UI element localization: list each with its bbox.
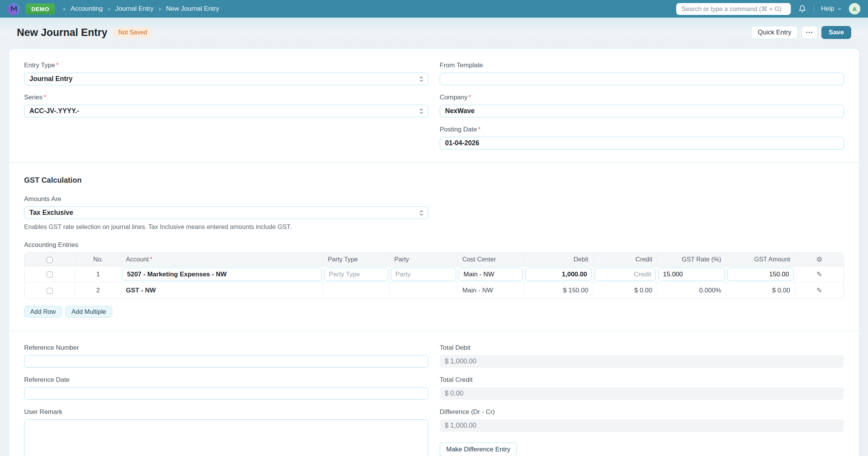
accounting-entries-table: No.Account*Party TypePartyCost CenterDeb… — [24, 252, 844, 299]
cell-party[interactable] — [390, 282, 458, 299]
column-header-party: Party — [390, 253, 458, 266]
table-row: 2GST - NWMain - NW$ 150.00$ 0.000.000%$ … — [24, 282, 844, 299]
cell-no[interactable]: 2 — [75, 282, 121, 299]
more-options-button[interactable]: ··· — [802, 26, 818, 39]
cell-gst_amount: 150.00 — [726, 266, 795, 282]
avatar[interactable]: A — [849, 3, 860, 15]
top-navbar: DEMO > Accounting > Journal Entry > New … — [0, 0, 868, 18]
difference-value: $ 1,000.00 — [440, 419, 844, 432]
notification-bell-icon[interactable] — [798, 4, 807, 13]
cell-account[interactable]: GST - NW — [121, 282, 323, 299]
save-button[interactable]: Save — [821, 26, 851, 39]
cell-input-credit[interactable]: Credit — [594, 268, 656, 281]
column-header-party_type: Party Type — [323, 253, 390, 266]
cell-account: 5207 - Marketing Expenses - NW — [121, 266, 323, 282]
gst-help-text: Enables GST rate selection on journal li… — [24, 223, 844, 230]
from-template-input[interactable] — [440, 73, 844, 85]
search-input[interactable] — [676, 3, 791, 15]
column-header-credit: Credit — [593, 253, 657, 266]
demo-badge[interactable]: DEMO — [26, 3, 55, 15]
breadcrumb-separator: > — [63, 6, 66, 12]
difference-label: Difference (Dr - Cr) — [440, 408, 844, 416]
cell-credit[interactable]: $ 0.00 — [593, 282, 657, 299]
table-header-row: No.Account*Party TypePartyCost CenterDeb… — [24, 253, 844, 266]
cell-party_type[interactable] — [323, 282, 390, 299]
edit-row-pencil-icon[interactable]: ✎ — [816, 271, 822, 278]
series-select[interactable]: ACC-JV-.YYYY.- — [24, 105, 428, 117]
gst-section-heading: GST Calculation — [24, 176, 844, 185]
column-header-no: No. — [75, 253, 121, 266]
cell-input-party[interactable]: Party — [391, 268, 456, 281]
user-remark-textarea[interactable] — [24, 419, 428, 456]
cell-input-party_type[interactable]: Party Type — [324, 268, 388, 281]
select-updown-icon — [419, 210, 424, 216]
select-all-checkbox[interactable] — [47, 257, 53, 263]
breadcrumb-separator: > — [107, 6, 111, 12]
amounts-are-label: Amounts Are — [24, 195, 428, 203]
page-title: New Journal Entry — [17, 27, 107, 39]
series-label: Series* — [24, 94, 428, 101]
entry-type-label: Entry Type* — [24, 62, 428, 69]
column-header-account: Account* — [121, 253, 323, 266]
add-row-button[interactable]: Add Row — [24, 306, 62, 318]
form-card: Entry Type* Journal Entry Series* ACC-JV… — [8, 48, 860, 456]
reference-number-input[interactable] — [24, 355, 428, 368]
gst-calculation-section: GST Calculation Amounts Are Tax Exclusiv… — [9, 162, 859, 331]
navbar-divider — [814, 5, 814, 13]
cell-cost_center[interactable]: Main - NW — [458, 282, 524, 299]
row-select-checkbox[interactable] — [47, 271, 53, 277]
reference-number-label: Reference Number — [24, 344, 428, 352]
breadcrumb-accounting[interactable]: Accounting — [71, 5, 103, 13]
add-multiple-button[interactable]: Add Multiple — [65, 306, 112, 318]
breadcrumb-journal-entry[interactable]: Journal Entry — [115, 5, 154, 13]
cell-input-debit[interactable]: 1,000.00 — [525, 268, 591, 281]
column-header-gst_amount: GST Amount — [726, 253, 795, 266]
make-difference-entry-button[interactable]: Make Difference Entry — [440, 443, 517, 456]
user-remark-label: User Remark — [24, 408, 428, 416]
cell-input-cost_center[interactable]: Main - NW — [459, 268, 523, 281]
reference-date-label: Reference Date — [24, 376, 428, 384]
breadcrumb: > Accounting > Journal Entry > New Journ… — [63, 5, 219, 13]
cell-input-gst_amount[interactable]: 150.00 — [727, 268, 794, 281]
total-credit-value: $ 0.00 — [440, 387, 844, 400]
column-header-cost_center: Cost Center — [458, 253, 524, 266]
edit-row-pencil-icon[interactable]: ✎ — [816, 287, 822, 294]
cell-input-gst_rate[interactable]: 15.000 — [658, 268, 724, 281]
cell-gst_rate: 15.000 — [657, 266, 726, 282]
table-row: 15207 - Marketing Expenses - NWParty Typ… — [24, 266, 844, 282]
reference-date-input[interactable] — [24, 387, 428, 400]
help-label: Help — [821, 5, 834, 13]
amounts-are-select[interactable]: Tax Exclusive — [24, 206, 428, 219]
cell-debit[interactable]: $ 150.00 — [524, 282, 593, 299]
help-menu[interactable]: Help — [821, 5, 842, 13]
from-template-label: From Template — [440, 62, 844, 69]
status-badge: Not Saved — [113, 27, 152, 38]
company-label: Company* — [440, 94, 844, 101]
cell-party: Party — [390, 266, 458, 282]
cell-cost_center: Main - NW — [458, 266, 524, 282]
cell-gst_rate[interactable]: 0.000% — [657, 282, 726, 299]
cell-input-account[interactable]: 5207 - Marketing Expenses - NW — [122, 268, 321, 281]
column-header-debit: Debit — [524, 253, 593, 266]
company-input[interactable] — [440, 105, 844, 117]
reference-totals-section: Reference Number Reference Date User Rem… — [9, 331, 859, 456]
select-updown-icon — [419, 76, 424, 82]
series-value: ACC-JV-.YYYY.- — [29, 107, 79, 115]
entry-type-select[interactable]: Journal Entry — [24, 73, 428, 85]
app-logo-icon[interactable] — [8, 3, 20, 15]
cell-gst_amount[interactable]: $ 0.00 — [726, 282, 795, 299]
column-header-gst_rate: GST Rate (%) — [657, 253, 726, 266]
cell-no[interactable]: 1 — [75, 266, 121, 282]
amounts-are-value: Tax Exclusive — [29, 209, 73, 217]
posting-date-input[interactable] — [440, 137, 844, 149]
row-select-checkbox[interactable] — [47, 288, 53, 294]
breadcrumb-new-journal-entry[interactable]: New Journal Entry — [166, 5, 219, 13]
posting-date-label: Posting Date* — [440, 126, 844, 133]
quick-entry-button[interactable]: Quick Entry — [751, 26, 798, 39]
accounting-entries-label: Accounting Entries — [24, 241, 844, 249]
breadcrumb-separator: > — [158, 6, 162, 12]
total-debit-label: Total Debit — [440, 344, 844, 352]
select-updown-icon — [419, 108, 424, 114]
grid-settings-gear-icon[interactable]: ⚙ — [816, 256, 823, 263]
total-credit-label: Total Credit — [440, 376, 844, 384]
